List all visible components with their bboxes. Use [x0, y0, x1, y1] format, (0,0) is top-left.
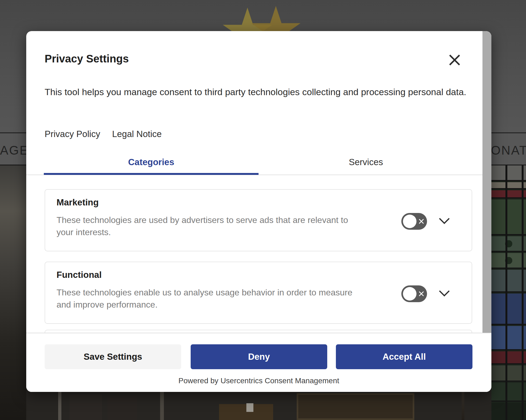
marketing-expand-button[interactable]	[437, 214, 451, 228]
category-card-functional: Functional These technologies enable us …	[45, 262, 472, 324]
close-button[interactable]	[448, 53, 462, 67]
privacy-policy-link[interactable]: Privacy Policy	[45, 129, 100, 139]
accept-all-button[interactable]: Accept All	[336, 344, 472, 369]
toggle-knob	[403, 215, 416, 228]
chevron-down-icon	[439, 218, 450, 224]
page-title: Privacy Settings	[45, 53, 129, 65]
modal-scrollbar[interactable]	[482, 31, 491, 333]
toggle-x-icon	[418, 291, 425, 297]
dialog-description: This tool helps you manage consent to th…	[45, 85, 477, 99]
legal-links: Privacy Policy Legal Notice	[45, 129, 162, 139]
category-title: Functional	[57, 270, 102, 280]
category-card-marketing: Marketing These technologies are used by…	[45, 189, 472, 251]
dialog-footer: Save Settings Deny Accept All Powered by…	[26, 333, 491, 392]
nav-item-partial-right: ONATE	[491, 143, 526, 158]
photo-left-sliver	[0, 165, 26, 420]
functional-expand-button[interactable]	[437, 286, 451, 301]
category-description: These technologies enable us to analyse …	[57, 286, 354, 311]
stained-glass-window-image	[491, 165, 526, 420]
nav-item-partial-left: AGE	[0, 143, 29, 158]
functional-toggle-switch[interactable]	[401, 285, 427, 302]
tab-bar: Categories Services	[44, 153, 473, 174]
marketing-toggle-switch[interactable]	[401, 213, 427, 230]
category-description: These technologies are used by advertise…	[57, 214, 354, 238]
photo-bottom-strip	[26, 392, 491, 420]
privacy-settings-dialog: Privacy Settings This tool helps you man…	[26, 31, 491, 392]
toggle-knob	[403, 287, 416, 301]
deny-button[interactable]: Deny	[191, 344, 327, 369]
legal-notice-link[interactable]: Legal Notice	[112, 129, 161, 139]
powered-by-note: Powered by Usercentrics Consent Manageme…	[26, 376, 491, 385]
tab-services[interactable]: Services	[259, 153, 473, 174]
save-settings-button[interactable]: Save Settings	[45, 344, 181, 369]
chevron-down-icon	[439, 290, 450, 296]
active-tab-indicator	[44, 173, 259, 175]
category-title: Marketing	[57, 197, 99, 208]
tab-categories[interactable]: Categories	[44, 153, 259, 174]
close-icon	[448, 54, 461, 66]
toggle-x-icon	[418, 218, 425, 225]
